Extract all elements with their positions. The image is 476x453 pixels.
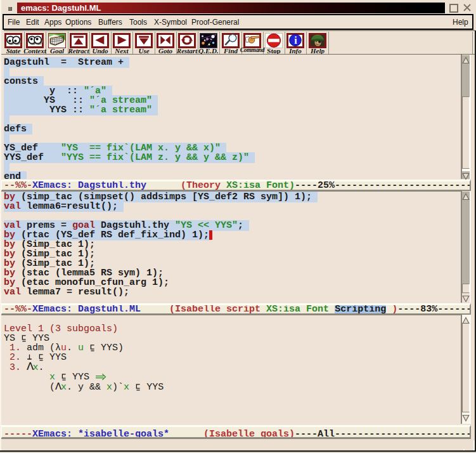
svg-text:i: i bbox=[294, 35, 297, 46]
